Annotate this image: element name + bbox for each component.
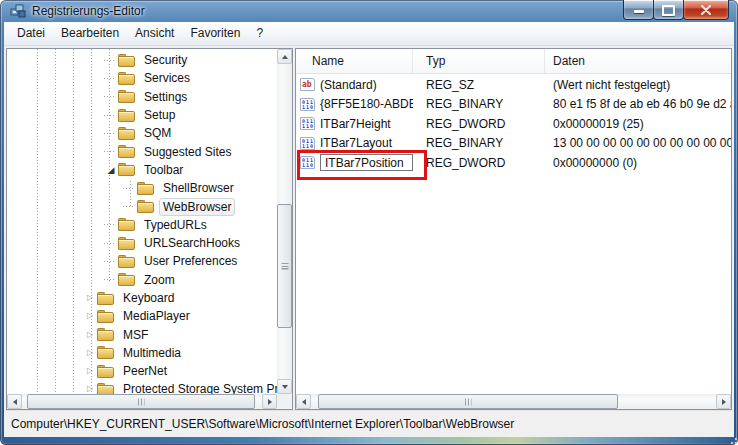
folder-icon (118, 90, 135, 103)
value-row-itbar7position[interactable]: ITBar7PositionREG_DWORD0x00000000 (0) (296, 153, 731, 173)
folder-icon (118, 237, 135, 250)
value-row-itbar7layout[interactable]: ITBar7LayoutREG_BINARY13 00 00 00 00 00 … (296, 134, 731, 154)
menu-item-bearbeiten[interactable]: Bearbeiten (53, 22, 127, 45)
scrollbar-grip (465, 398, 472, 405)
maximize-icon (662, 5, 675, 16)
column-header-name[interactable]: Name (296, 49, 413, 73)
tree-item-protected-storage-system-pr[interactable]: ▷Protected Storage System Pr (7, 380, 277, 394)
folder-icon (118, 255, 135, 268)
collapse-icon[interactable]: ◢ (104, 165, 118, 175)
list-horizontal-scrollbar[interactable] (296, 394, 731, 409)
value-name: (Standard) (320, 78, 377, 92)
titlebar[interactable]: Registrierungs-Editor (0, 0, 738, 22)
window-bottom-border (2, 437, 736, 444)
tree-item-label: User Preferences (140, 252, 241, 270)
tree-item-label: Keyboard (119, 289, 178, 307)
tree-item-msf[interactable]: ▷MSF (7, 325, 277, 343)
folder-icon (118, 72, 135, 85)
expand-icon[interactable]: ▷ (83, 348, 97, 358)
tree-item-label: TypedURLs (140, 216, 211, 234)
registry-icon (10, 3, 26, 19)
window-title: Registrierungs-Editor (32, 4, 145, 18)
value-type-cell: REG_SZ (413, 78, 545, 92)
tree-item-webbrowser[interactable]: WebBrowser (7, 197, 277, 215)
value-row-itbar7height[interactable]: ITBar7HeightREG_DWORD0x00000019 (25) (296, 114, 731, 134)
arrow-left-icon (13, 399, 17, 405)
registry-editor-window: Registrierungs-Editor DateiBearbeitenAns… (0, 0, 738, 445)
tree-horizontal-scrollbar[interactable] (7, 394, 277, 409)
scroll-right-button[interactable] (716, 394, 731, 409)
column-header-typ[interactable]: Typ (413, 49, 545, 73)
tree-item-security[interactable]: Security (7, 51, 277, 69)
expand-icon[interactable]: ▷ (83, 384, 97, 394)
scrollbar-thumb[interactable] (27, 394, 255, 409)
scroll-left-button[interactable] (296, 394, 311, 409)
tree-item-typedurls[interactable]: TypedURLs (7, 216, 277, 234)
folder-icon (118, 163, 135, 176)
close-button[interactable] (683, 0, 729, 20)
minimize-icon (634, 10, 644, 13)
menu-item-[interactable]: ? (248, 22, 271, 45)
tree-item-label: Settings (140, 88, 191, 106)
value-row-standard[interactable]: (Standard)REG_SZ(Wert nicht festgelegt) (296, 75, 731, 95)
tree-item-sqm[interactable]: SQM (7, 124, 277, 142)
menu-item-ansicht[interactable]: Ansicht (127, 22, 182, 45)
tree-item-toolbar[interactable]: ◢Toolbar (7, 161, 277, 179)
resize-grip-icon[interactable] (729, 432, 731, 434)
tree-item-setup[interactable]: Setup (7, 106, 277, 124)
tree-item-settings[interactable]: Settings (7, 88, 277, 106)
maximize-button[interactable] (653, 0, 684, 20)
tree-vertical-scrollbar[interactable] (277, 49, 292, 394)
minimize-button[interactable] (623, 0, 654, 20)
tree-item-multimedia[interactable]: ▷Multimedia (7, 344, 277, 362)
arrow-down-icon (282, 385, 288, 389)
tree-item-services[interactable]: Services (7, 69, 277, 87)
tree-connector (104, 243, 115, 244)
menu-item-favoriten[interactable]: Favoriten (182, 22, 248, 45)
folder-icon (118, 273, 135, 286)
expand-icon[interactable]: ▷ (83, 330, 97, 340)
tree-item-mediaplayer[interactable]: ▷MediaPlayer (7, 307, 277, 325)
value-type-cell: REG_DWORD (413, 117, 545, 131)
column-header-daten[interactable]: Daten (545, 49, 731, 73)
list-header: NameTypDaten (296, 49, 731, 74)
binary-value-icon (300, 117, 315, 130)
folder-icon (97, 292, 114, 305)
scrollbar-thumb[interactable] (277, 204, 292, 328)
tree-connector (104, 115, 115, 116)
menu-item-datei[interactable]: Datei (9, 22, 53, 45)
tree-item-shellbrowser[interactable]: ShellBrowser (7, 179, 277, 197)
key-tree-panel: SecurityServicesSettingsSetupSQMSuggeste… (6, 48, 293, 410)
folder-icon (97, 383, 114, 394)
binary-value-icon (300, 137, 315, 150)
expand-icon[interactable]: ▷ (83, 293, 97, 303)
caption-buttons (624, 0, 729, 20)
scroll-left-button[interactable] (7, 394, 22, 409)
expand-icon[interactable]: ▷ (83, 311, 97, 321)
tree-item-urlsearchhooks[interactable]: URLSearchHooks (7, 234, 277, 252)
folder-icon (118, 54, 135, 67)
scroll-up-button[interactable] (277, 49, 292, 64)
tree-connector (104, 96, 115, 97)
value-data-cell: (Wert nicht festgelegt) (545, 78, 731, 92)
scroll-right-button[interactable] (262, 394, 277, 409)
value-type-cell: REG_DWORD (413, 156, 545, 170)
binary-value-icon (300, 156, 315, 169)
tree-connector (104, 224, 115, 225)
tree-item-user-preferences[interactable]: User Preferences (7, 252, 277, 270)
scroll-down-button[interactable] (277, 379, 292, 394)
value-row-8ff5e180-abde[interactable]: {8FF5E180-ABDE...REG_BINARY80 e1 f5 8f d… (296, 95, 731, 115)
folder-icon (97, 346, 114, 359)
key-tree: SecurityServicesSettingsSetupSQMSuggeste… (7, 49, 277, 394)
tree-item-label: WebBrowser (159, 198, 235, 216)
tree-item-peernet[interactable]: ▷PeerNet (7, 362, 277, 380)
tree-item-zoom[interactable]: Zoom (7, 271, 277, 289)
scrollbar-thumb[interactable] (318, 394, 618, 409)
folder-icon (118, 218, 135, 231)
expand-icon[interactable]: ▷ (83, 366, 97, 376)
tree-connector (123, 188, 134, 189)
tree-item-keyboard[interactable]: ▷Keyboard (7, 289, 277, 307)
tree-item-suggested-sites[interactable]: Suggested Sites (7, 142, 277, 160)
value-name-edit-field[interactable]: ITBar7Position (320, 154, 413, 171)
folder-icon (97, 310, 114, 323)
